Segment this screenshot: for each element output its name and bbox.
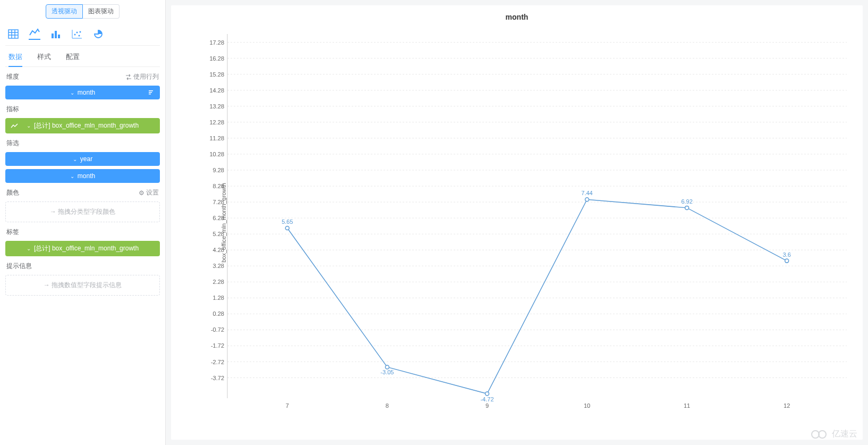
svg-rect-6 (55, 31, 57, 38)
chart-area: month box_office_mln_month_growth -3.72-… (171, 5, 863, 440)
line-metric-icon (11, 123, 18, 129)
chevron-down-icon: ⌄ (27, 246, 31, 251)
svg-text:6.92: 6.92 (681, 198, 692, 205)
table-icon[interactable] (7, 28, 19, 40)
gear-icon: ⚙ (139, 189, 144, 197)
svg-text:9: 9 (486, 402, 489, 409)
svg-text:17.28: 17.28 (209, 39, 224, 46)
color-settings-action[interactable]: ⚙ 设置 (139, 188, 159, 197)
use-row-col-action[interactable]: 使用行列 (125, 72, 159, 81)
svg-rect-5 (52, 33, 54, 38)
tab-config[interactable]: 配置 (66, 52, 80, 66)
metric-pill-total[interactable]: ⌄ [总计] box_office_mln_month_growth (5, 118, 160, 133)
tab-data[interactable]: 数据 (8, 52, 22, 67)
svg-text:11: 11 (684, 402, 690, 409)
dimension-title: 维度 (6, 72, 19, 81)
tooltip-title: 提示信息 (6, 262, 32, 271)
dimension-pill-month[interactable]: ⌄ month (5, 86, 160, 99)
svg-text:13.28: 13.28 (209, 103, 224, 110)
svg-point-11 (76, 32, 78, 33)
svg-text:-4.72: -4.72 (480, 396, 493, 402)
drive-mode-toggle: 透视驱动 图表驱动 (5, 4, 160, 19)
chevron-down-icon: ⌄ (70, 90, 74, 96)
svg-text:15.28: 15.28 (209, 71, 224, 78)
filter-pill-month[interactable]: ⌄ month (5, 169, 160, 183)
plot-wrap: box_office_mln_month_growth -3.72-2.72-1… (203, 32, 852, 413)
svg-text:2.28: 2.28 (213, 279, 224, 285)
bar-chart-icon[interactable] (50, 28, 62, 40)
svg-rect-16 (149, 94, 151, 95)
svg-text:12.28: 12.28 (209, 119, 224, 125)
svg-text:5.65: 5.65 (282, 219, 293, 225)
arrow-right-icon: → (50, 208, 58, 215)
sort-icon (148, 89, 155, 96)
svg-text:12: 12 (784, 402, 790, 409)
y-axis-label: box_office_mln_month_growth (220, 183, 227, 263)
svg-point-80 (812, 431, 819, 438)
svg-rect-15 (149, 92, 152, 93)
svg-text:7: 7 (286, 402, 289, 409)
svg-rect-7 (58, 35, 60, 38)
svg-point-81 (819, 431, 826, 438)
label-title: 标签 (6, 228, 19, 237)
svg-text:10.28: 10.28 (209, 151, 224, 157)
label-pill-total[interactable]: ⌄ [总计] box_office_mln_month_growth (5, 241, 160, 256)
chart-title: month (171, 5, 863, 21)
chevron-down-icon: ⌄ (73, 156, 77, 162)
svg-text:3.6: 3.6 (783, 251, 791, 258)
arrow-right-icon: → (44, 281, 52, 289)
svg-rect-0 (8, 30, 18, 38)
svg-text:0.28: 0.28 (213, 310, 224, 317)
svg-rect-14 (149, 90, 153, 91)
svg-point-74 (585, 198, 589, 201)
svg-text:3.28: 3.28 (213, 263, 224, 269)
scatter-chart-icon[interactable] (71, 28, 83, 40)
svg-text:1.28: 1.28 (213, 295, 224, 301)
tab-style[interactable]: 样式 (37, 52, 51, 66)
svg-text:10: 10 (584, 402, 590, 409)
metric-title: 指标 (6, 105, 19, 114)
svg-text:-3.72: -3.72 (211, 375, 224, 381)
chart-type-row (5, 25, 160, 46)
cloud-rings-icon (811, 429, 829, 440)
metric-header: 指标 (5, 103, 160, 115)
line-plot: -3.72-2.72-1.72-0.720.281.282.283.284.28… (203, 32, 852, 413)
svg-point-10 (74, 34, 76, 36)
chevron-down-icon: ⌄ (27, 123, 31, 129)
svg-point-72 (485, 392, 489, 396)
svg-text:8: 8 (386, 402, 389, 409)
filter-pill-year[interactable]: ⌄ year (5, 152, 160, 166)
tooltip-drop-zone[interactable]: → 拖拽数值型字段提示信息 (5, 275, 160, 296)
config-sidebar: 透视驱动 图表驱动 数据 样式 配置 维度 (0, 0, 166, 445)
svg-point-78 (785, 259, 789, 263)
svg-text:-1.72: -1.72 (211, 342, 224, 349)
svg-text:14.28: 14.28 (209, 87, 224, 94)
color-header: 颜色 ⚙ 设置 (5, 186, 160, 198)
svg-point-70 (385, 365, 389, 369)
color-title: 颜色 (6, 188, 19, 197)
svg-point-13 (80, 31, 81, 33)
config-tabs: 数据 样式 配置 (5, 49, 160, 67)
svg-text:-2.72: -2.72 (211, 359, 224, 365)
pie-chart-icon[interactable] (92, 28, 104, 40)
svg-text:11.28: 11.28 (209, 135, 224, 141)
filter-title: 筛选 (6, 139, 19, 148)
svg-point-68 (285, 226, 289, 230)
color-drop-zone[interactable]: → 拖拽分类型字段颜色 (5, 201, 160, 222)
line-chart-icon[interactable] (29, 28, 40, 40)
chart-drive-button[interactable]: 图表驱动 (83, 4, 120, 19)
dimension-header: 维度 使用行列 (5, 70, 160, 82)
svg-text:16.28: 16.28 (209, 55, 224, 62)
label-header: 标签 (5, 225, 160, 238)
svg-point-76 (685, 206, 689, 209)
tooltip-header: 提示信息 (5, 259, 160, 272)
svg-point-12 (79, 35, 80, 37)
svg-text:-0.72: -0.72 (211, 326, 224, 333)
svg-text:9.28: 9.28 (213, 167, 224, 173)
watermark: 亿速云 (811, 429, 857, 440)
svg-text:7.44: 7.44 (581, 190, 592, 196)
filter-header: 筛选 (5, 137, 160, 149)
pivot-drive-button[interactable]: 透视驱动 (46, 4, 83, 19)
svg-text:-3.05: -3.05 (380, 369, 394, 375)
chevron-down-icon: ⌄ (70, 173, 74, 179)
